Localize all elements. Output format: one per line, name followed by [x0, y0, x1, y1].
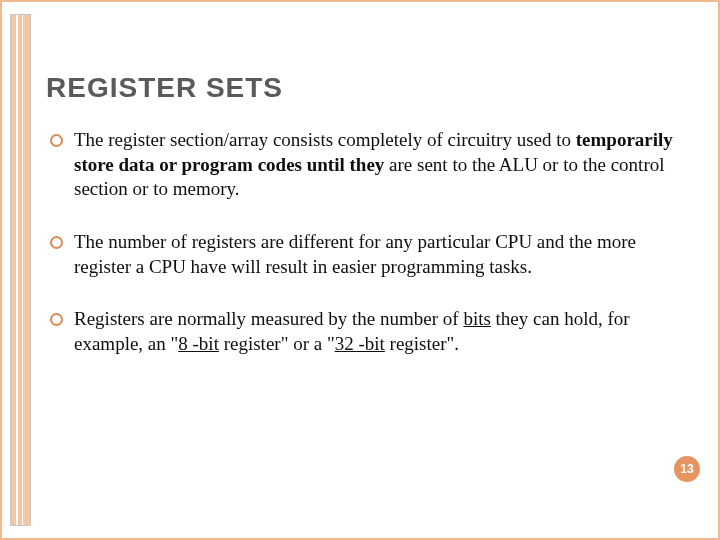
list-item: Registers are normally measured by the n… [46, 307, 678, 356]
bullet-text: Registers are normally measured by the n… [74, 308, 463, 329]
slide-title: REGISTER SETS [46, 72, 678, 104]
list-item: The register section/array consists comp… [46, 128, 678, 202]
slide-content: REGISTER SETS The register section/array… [46, 72, 678, 385]
bullet-text-underline: bits [463, 308, 490, 329]
list-item: The number of registers are different fo… [46, 230, 678, 279]
bullet-text-underline: 8 -bit [178, 333, 219, 354]
bullet-text: The number of registers are different fo… [74, 231, 636, 277]
bullet-text: register" or a " [219, 333, 335, 354]
bullet-text-underline: 32 -bit [335, 333, 385, 354]
bullet-text: The register section/array consists comp… [74, 129, 576, 150]
page-number: 13 [680, 462, 693, 476]
left-decorative-band [10, 14, 31, 526]
page-number-badge: 13 [674, 456, 700, 482]
bullet-text: register". [385, 333, 459, 354]
slide: REGISTER SETS The register section/array… [0, 0, 720, 540]
bullet-list: The register section/array consists comp… [46, 128, 678, 357]
